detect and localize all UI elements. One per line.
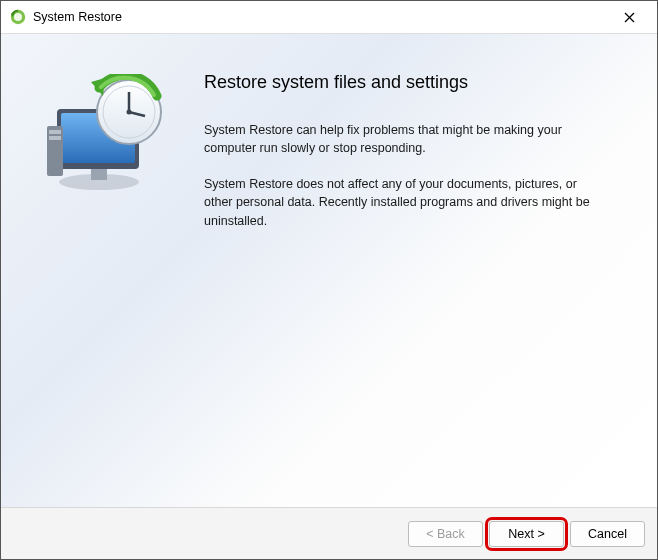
cancel-button[interactable]: Cancel [570, 521, 645, 547]
svg-rect-11 [49, 136, 61, 140]
system-restore-icon [9, 8, 27, 26]
sidebar-graphic-area [1, 34, 196, 507]
close-icon [624, 12, 635, 23]
next-button[interactable]: Next > [489, 521, 564, 547]
system-restore-window: System Restore [0, 0, 658, 560]
main-content: Restore system files and settings System… [196, 34, 657, 507]
svg-point-16 [126, 110, 131, 115]
description-paragraph-2: System Restore does not affect any of yo… [204, 175, 604, 229]
description-paragraph-1: System Restore can help fix problems tha… [204, 121, 604, 157]
window-title: System Restore [33, 10, 122, 24]
svg-rect-10 [49, 130, 61, 134]
wizard-footer: < Back Next > Cancel [1, 507, 657, 559]
close-button[interactable] [609, 3, 649, 31]
page-heading: Restore system files and settings [204, 72, 625, 93]
titlebar: System Restore [1, 1, 657, 33]
restore-computer-clock-icon [39, 74, 169, 194]
back-button: < Back [408, 521, 483, 547]
content-area: Restore system files and settings System… [1, 33, 657, 507]
svg-point-1 [14, 13, 22, 21]
